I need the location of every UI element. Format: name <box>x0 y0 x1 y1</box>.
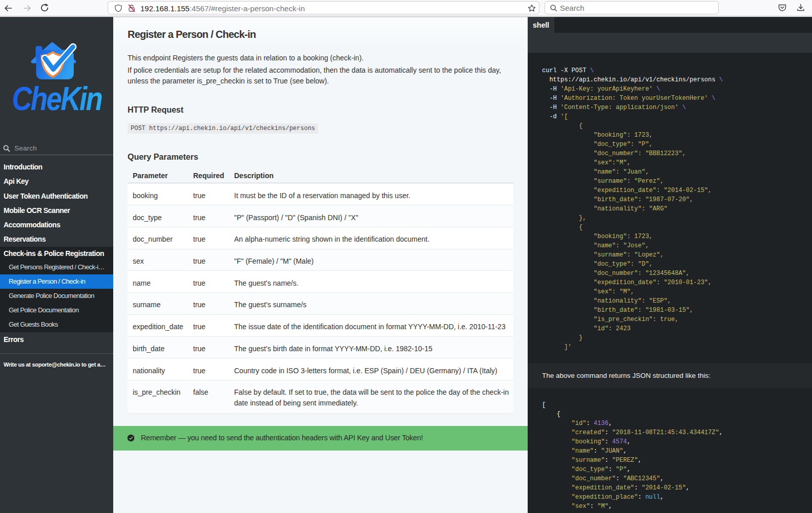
svg-text:CheKin: CheKin <box>12 85 102 117</box>
